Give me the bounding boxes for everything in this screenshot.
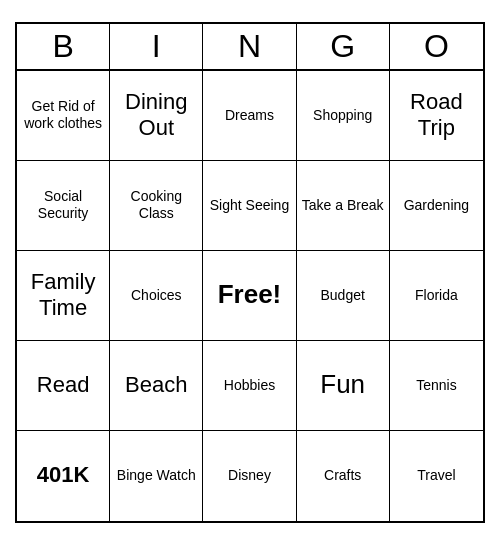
bingo-cell: Disney <box>203 431 296 521</box>
header-letter: O <box>390 24 483 69</box>
bingo-cell: Choices <box>110 251 203 341</box>
bingo-cell: Read <box>17 341 110 431</box>
bingo-cell: Gardening <box>390 161 483 251</box>
header-letter: G <box>297 24 390 69</box>
header-letter: B <box>17 24 110 69</box>
bingo-cell: Take a Break <box>297 161 390 251</box>
bingo-cell: Dreams <box>203 71 296 161</box>
bingo-cell: Tennis <box>390 341 483 431</box>
header-letter: N <box>203 24 296 69</box>
bingo-cell: Hobbies <box>203 341 296 431</box>
bingo-cell: Shopping <box>297 71 390 161</box>
bingo-cell: Crafts <box>297 431 390 521</box>
bingo-header: BINGO <box>17 24 483 71</box>
bingo-cell: Fun <box>297 341 390 431</box>
bingo-cell: Free! <box>203 251 296 341</box>
bingo-cell: Beach <box>110 341 203 431</box>
bingo-card: BINGO Get Rid of work clothesDining OutD… <box>15 22 485 523</box>
bingo-grid: Get Rid of work clothesDining OutDreamsS… <box>17 71 483 521</box>
bingo-cell: Road Trip <box>390 71 483 161</box>
bingo-cell: Get Rid of work clothes <box>17 71 110 161</box>
bingo-cell: 401K <box>17 431 110 521</box>
bingo-cell: Florida <box>390 251 483 341</box>
bingo-cell: Budget <box>297 251 390 341</box>
bingo-cell: Family Time <box>17 251 110 341</box>
bingo-cell: Dining Out <box>110 71 203 161</box>
header-letter: I <box>110 24 203 69</box>
bingo-cell: Social Security <box>17 161 110 251</box>
bingo-cell: Travel <box>390 431 483 521</box>
bingo-cell: Binge Watch <box>110 431 203 521</box>
bingo-cell: Cooking Class <box>110 161 203 251</box>
bingo-cell: Sight Seeing <box>203 161 296 251</box>
